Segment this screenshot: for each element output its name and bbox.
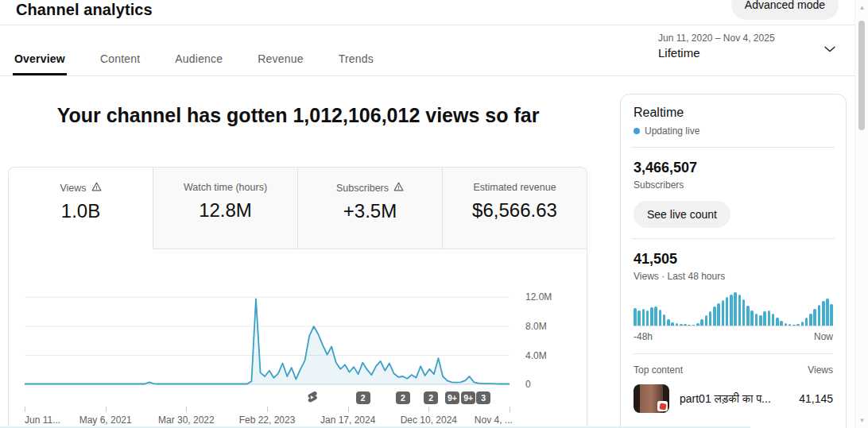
realtime-subscribers-label: Subscribers [634, 179, 833, 191]
realtime-bar [730, 295, 733, 326]
chart-marker-shorts-icon[interactable] [306, 391, 317, 407]
tab-audience[interactable]: Audience [173, 45, 224, 75]
metric-label: Subscribers [336, 183, 389, 194]
metric-value: 1.0B [9, 200, 153, 222]
realtime-bar [813, 309, 816, 326]
chart-markers-row: 2229+9+3 [25, 391, 510, 405]
chart-marker-badge[interactable]: 9+ [445, 391, 459, 404]
x-axis-tick [186, 407, 187, 412]
y-axis-label: 0 [525, 379, 531, 390]
realtime-bar [822, 301, 825, 326]
chart-marker-badge[interactable]: 3 [476, 391, 490, 404]
x-axis-tick [348, 407, 349, 412]
page-title: Channel analytics [16, 1, 153, 19]
realtime-bar [785, 323, 788, 326]
metric-label: Views [60, 183, 86, 194]
see-live-count-button[interactable]: See live count [634, 201, 730, 228]
scrollbar-down-arrow-icon[interactable]: ▼ [855, 417, 868, 424]
x-axis-label: Mar 30, 2022 [158, 415, 215, 426]
shorts-badge-icon [657, 401, 668, 411]
top-content-label: Top content [634, 364, 683, 376]
date-range-picker[interactable]: Jun 11, 2020 – Nov 4, 2025 Lifetime [658, 33, 839, 60]
views-headline: Your channel has gotten 1,012,106,012 vi… [8, 104, 588, 127]
header-divider [0, 25, 854, 25]
realtime-bar [717, 303, 720, 326]
bar-axis-right-label: Now [814, 331, 833, 342]
y-axis-label: 12.0M [525, 291, 552, 303]
realtime-bar [776, 318, 779, 326]
updating-live-label: Updating live [645, 125, 699, 137]
realtime-bar [634, 308, 637, 326]
video-title: part01 लड़की का प... [680, 392, 789, 406]
realtime-bar [696, 323, 699, 326]
date-preset-label: Lifetime [658, 46, 839, 60]
analytics-tabs: Overview Content Audience Revenue Trends [13, 45, 375, 75]
divider [632, 147, 835, 148]
page-scrollbar[interactable]: ▲ ▼ [854, 0, 868, 428]
tab-trends[interactable]: Trends [337, 45, 375, 75]
realtime-bar [742, 299, 746, 326]
realtime-bar [650, 307, 653, 326]
metric-tab-estimated-revenue[interactable]: Estimated revenue $6,566.63 [442, 168, 587, 249]
realtime-bar [750, 310, 754, 326]
realtime-bar [780, 321, 783, 326]
realtime-bar [642, 309, 645, 326]
video-thumbnail [634, 384, 669, 413]
realtime-bar [772, 314, 775, 326]
realtime-subscribers-count: 3,466,507 [634, 160, 833, 176]
chart-marker-badge[interactable]: 2 [424, 391, 438, 404]
tabs-divider [0, 75, 854, 76]
x-axis-tick [106, 407, 107, 412]
x-axis-label: Jan 17, 2024 [320, 415, 375, 426]
top-content-views-header: Views [808, 364, 833, 376]
metric-label: Watch time (hours) [184, 182, 267, 193]
realtime-bar [734, 292, 737, 326]
realtime-bar [792, 325, 796, 326]
realtime-bar [709, 311, 712, 326]
chart-marker-badge[interactable]: 2 [356, 391, 370, 404]
realtime-bar [738, 295, 742, 326]
tab-revenue[interactable]: Revenue [256, 45, 304, 75]
realtime-title: Realtime [634, 106, 833, 120]
realtime-bar [654, 307, 657, 326]
x-axis-label: Dec 10, 2024 [401, 415, 457, 426]
realtime-bar [705, 315, 708, 326]
realtime-bar [796, 324, 800, 326]
top-content-row[interactable]: part01 लड़की का प... 41,145 [634, 384, 833, 413]
scrollbar-thumb[interactable] [858, 21, 865, 130]
metric-value: $6,566.63 [443, 199, 587, 222]
date-range-text: Jun 11, 2020 – Nov 4, 2025 [658, 33, 839, 44]
advanced-mode-button[interactable]: Advanced mode [731, 0, 839, 20]
live-dot-icon [634, 128, 640, 134]
metric-tab-watch-time[interactable]: Watch time (hours) 12.8M [153, 168, 297, 249]
y-axis-label: 4.0M [525, 350, 547, 361]
x-axis-label: May 6, 2021 [79, 415, 132, 426]
metric-label: Estimated revenue [473, 182, 556, 193]
x-axis-label: Jun 11... [25, 415, 60, 426]
realtime-card: Realtime Updating live 3,466,507 Subscri… [620, 94, 847, 428]
realtime-bar [692, 325, 696, 326]
realtime-bar-chart [634, 291, 833, 326]
realtime-bar [671, 322, 674, 326]
realtime-bar [805, 318, 808, 326]
realtime-bar [789, 324, 792, 326]
realtime-views-label: Views · Last 48 hours [634, 271, 833, 282]
realtime-bar [763, 311, 766, 326]
x-axis-tick [25, 407, 25, 412]
metric-tab-views[interactable]: Views 1.0B [9, 168, 153, 249]
realtime-bar [676, 323, 679, 326]
scrollbar-up-arrow-icon[interactable]: ▲ [855, 4, 868, 11]
chart-marker-badge[interactable]: 2 [396, 391, 410, 404]
tab-overview[interactable]: Overview [13, 45, 67, 75]
bar-axis-left-label: -48h [634, 331, 653, 342]
realtime-bar [726, 297, 729, 326]
tab-content[interactable]: Content [99, 45, 141, 75]
metric-value: 12.8M [153, 199, 297, 222]
chevron-down-icon[interactable] [822, 41, 838, 60]
realtime-bar [809, 314, 812, 326]
metric-tab-subscribers[interactable]: Subscribers +3.5M [297, 168, 442, 249]
video-views: 41,145 [799, 392, 833, 405]
x-axis-tick [428, 407, 429, 412]
chart-marker-badge[interactable]: 9+ [461, 391, 475, 404]
realtime-bar [663, 314, 666, 326]
